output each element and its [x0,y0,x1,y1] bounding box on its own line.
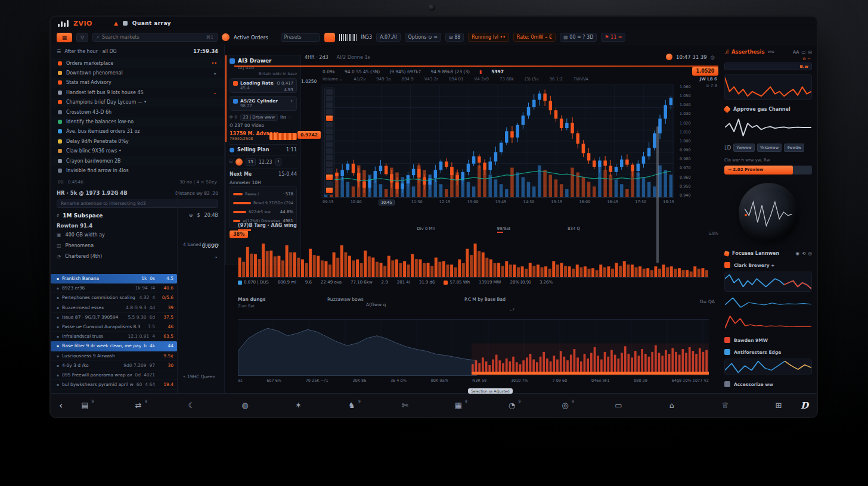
sidebar-item[interactable]: Crosstown 43-D 6h [51,107,224,117]
app-launcher-button[interactable] [324,33,335,42]
chart-tool-button[interactable] [326,89,333,95]
sidebar-search[interactable]: Rename antennae to intersecting 9d3 [57,200,218,208]
dollar-icon[interactable]: $ [197,213,200,218]
time-tick[interactable]: 13:00 [467,200,479,205]
right-search-action[interactable]: B.w [800,64,808,69]
undo-icon[interactable]: ⊖ [189,213,193,218]
chevron-icon[interactable]: ⌄ [213,70,217,76]
watchlist-row[interactable]: ▪8923 cr361k 94/440.6 [51,284,177,293]
time-tick[interactable]: 10:45 [379,200,395,205]
dock-app-icon[interactable]: ▦9 [452,401,465,410]
buy-button[interactable]: 1.0520 [692,67,718,76]
right-header-icon[interactable]: ▭ [801,49,805,55]
sidebar-item[interactable]: Handset left bus 9 lots house 4S⌄ [51,88,224,97]
chart-tool-button[interactable] [326,188,333,193]
dock-app-icon[interactable]: ◔9 [505,401,518,410]
chevron-icon[interactable]: ⌄ [213,90,217,95]
focus-action-icon[interactable]: ⟲ [802,251,805,256]
focus-action-icon[interactable]: ◉ [796,251,800,256]
time-tick[interactable]: 13:45 [495,200,507,205]
time-tick[interactable]: 11:30 [411,200,423,205]
chart-tool-button[interactable] [326,142,333,147]
toolbar-item[interactable]: ▥ 00 ≡ ? 3D [560,33,597,42]
time-tick[interactable]: 18:15 [663,200,674,205]
time-tick[interactable]: 12:15 [439,200,451,205]
time-tick[interactable]: 10:00 [351,200,362,205]
time-tick[interactable]: 15:15 [551,200,563,205]
right-search-bar[interactable]: B.w [724,63,812,70]
account-label[interactable]: Active Orders [234,35,268,40]
focus-action-icon[interactable]: ◎ [808,251,812,256]
chart-tool-button[interactable] [326,148,333,154]
watchlist-row[interactable]: ▪Buzzermead essex4.8 G 9.34d39 [51,303,177,313]
sidebar-item[interactable]: Crayon bardwomen 2B [51,156,224,166]
watchlist-row[interactable]: ▪Passe ue Curwood Aurapolisms 8.37.546 [51,322,177,332]
time-tick[interactable]: 16:45 [607,200,618,205]
progress-bar[interactable]: ⊸ 2.02 Preview [724,166,812,175]
sidebar-item[interactable]: Orders marketplace•• [51,58,224,68]
time-tick[interactable]: 16:00 [579,200,590,205]
dock-app-icon[interactable]: ▭ [612,401,625,410]
card-row-accessorize[interactable]: Accessorize ww [724,381,812,387]
filter-button[interactable]: ▽ [76,33,88,42]
focus-row[interactable]: Focuses Lannwen ◉⟲◎ [724,251,812,256]
dock-app-icon[interactable]: ⌂ [665,401,678,410]
volume-plot[interactable] [238,238,709,278]
card-row-brewery[interactable]: Clark Brewery + [724,262,812,268]
watchlist-row[interactable]: ▪bul bywkshears pyramid april woman 4604… [51,380,177,390]
watchlist-row[interactable]: ▪Lusciousness 9 Airwash9.5¢ [51,351,177,361]
toolbar-item[interactable]: ⊞ 88 [445,33,464,42]
dock-app-icon[interactable]: ▤9 [78,401,91,410]
stop-icon[interactable] [123,21,128,26]
sidebar-item[interactable]: Stats mat Advisory [51,78,224,88]
right-chip[interactable]: 4wwdw [784,144,804,152]
dock-app-icon[interactable]: ◍ [238,401,252,410]
watchlist-row[interactable]: ▪Pertephones commission scaling 94.3240/… [51,293,177,303]
right-header-icon[interactable]: AA [793,49,799,55]
chevron-down-icon[interactable]: ⌄ [214,254,218,259]
price-axis[interactable]: 1.0601.0501.0401.0301.0201.0101.0000.990… [677,85,700,198]
toolbar-item[interactable]: Options ⊙ ≡ [405,33,441,42]
time-tick[interactable]: 14:30 [523,200,535,205]
chart-tool-button[interactable] [326,96,333,101]
preset-select[interactable]: Presets [281,33,320,42]
dock-app-icon[interactable]: ✄ [398,401,411,410]
chart-tool-button[interactable] [326,122,333,127]
chart-tool-button[interactable] [326,116,333,121]
watchlist-row[interactable]: ▪4-0y 3 d /ko9d0 7.2099730 [51,361,177,370]
sidebar-item[interactable]: Ave. bus itemized orders 31 oz [51,127,224,136]
chart-tool-button[interactable] [326,135,333,141]
sidebar-item[interactable]: Identify the balances low-no [51,117,224,126]
toolbar-item[interactable]: ⚑ 11 ≡ [601,33,625,42]
chart-tool-button[interactable] [326,129,333,134]
chart-tool-button[interactable] [326,102,333,108]
dock-app-icon[interactable]: ⊞ [772,401,785,410]
sidebar-item[interactable]: Invisible find arrow in 4los [51,166,224,175]
entry-row[interactable]: ◔Chartered (4th)⌄ [51,251,224,262]
time-axis[interactable]: 09:1510:0010:4511:3012:1513:0013:4514:30… [323,200,674,205]
dock-end-icon[interactable]: Ⅾ [801,400,808,411]
toolbar-item[interactable]: Rate: 0mW ⌁ € [513,33,556,42]
chart-tool-button[interactable] [326,168,333,173]
search-bar[interactable]: ⌕ ⌘1 [92,33,218,42]
chart-tool-button[interactable] [326,109,333,114]
tab-timeframe[interactable]: 4HR · 2d3 [305,55,328,60]
chevron-icon[interactable]: •• [212,61,217,66]
avatar[interactable] [222,33,230,41]
right-header-icon[interactable]: ◎ [808,49,812,55]
back-chevron-icon[interactable]: ‹ [59,400,63,411]
watchlist-row[interactable]: ▪Infralandscal truss12.1 0.91463.5 [51,332,177,341]
dock-app-icon[interactable]: ☾ [185,401,198,410]
candle-plot[interactable] [323,85,674,198]
card-row-edge[interactable]: Antiforesters Edge [724,349,812,355]
at-icon[interactable]: ◎ [711,54,715,60]
sidebar-item[interactable]: Claw blinc 9X36 rows • [51,147,224,156]
sparkline-card-6[interactable] [724,359,812,375]
watchlist-row[interactable]: ▪095 Freewill panorama wrap aware 440d40… [51,370,177,380]
dock-app-icon[interactable]: ✶ [292,401,305,410]
watchlist-row[interactable]: ▪Base filter 9 dr week clean, me paying?… [51,341,177,351]
camera-icon[interactable]: ⌸ [230,159,232,165]
chart-tool-button[interactable] [326,155,333,160]
sidebar-item[interactable]: Champions brief Day Lyceum — • [51,98,224,107]
chart-tool-button[interactable] [326,161,333,167]
